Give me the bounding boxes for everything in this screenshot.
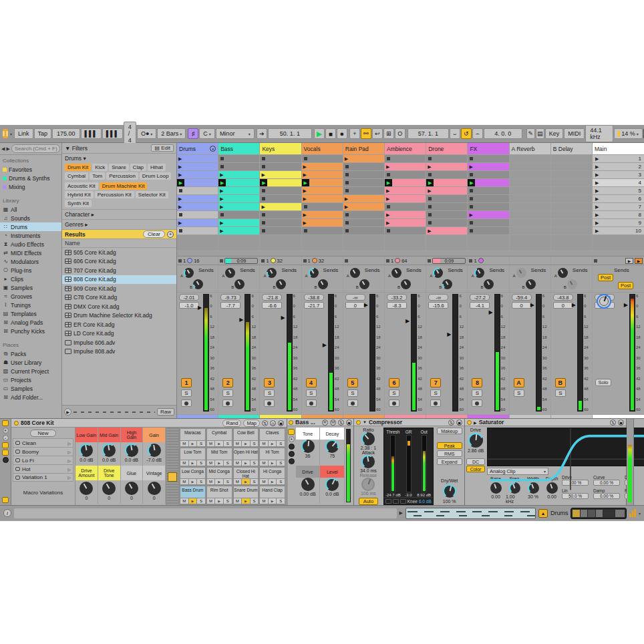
pad-solo-button[interactable]: S xyxy=(197,498,205,504)
device-on-led[interactable] xyxy=(289,420,293,425)
pad-mute-button[interactable]: M xyxy=(180,441,189,446)
send-a-knob[interactable] xyxy=(558,268,568,278)
empty-slot-stop[interactable] xyxy=(468,219,508,226)
empty-slot-stop[interactable] xyxy=(260,187,301,194)
pad-solo-button[interactable]: S xyxy=(251,498,259,504)
macro-value[interactable]: 0.0 dB xyxy=(102,458,116,462)
midi-map-button[interactable]: MIDI xyxy=(564,128,585,139)
clip-slot[interactable]: ▶ xyxy=(177,163,218,170)
peak-level-display[interactable]: -2.01 xyxy=(179,294,199,301)
logo-caret-icon[interactable]: ▾ xyxy=(10,132,12,136)
variation-launch-icon[interactable]: ▷ xyxy=(67,475,71,480)
clip-play-icon[interactable]: ▶ xyxy=(303,196,307,202)
sidebar-item-punchy-kicks[interactable]: ⊞Punchy Kicks xyxy=(0,327,61,335)
stop-icon[interactable] xyxy=(428,197,432,200)
post-button-a[interactable]: Post xyxy=(598,274,613,281)
empty-return-slot[interactable] xyxy=(510,155,550,162)
arm-monitor-button[interactable] xyxy=(222,399,233,407)
pad-mute-button[interactable]: M xyxy=(260,479,269,484)
peak-level-display[interactable]: -21.8 xyxy=(262,294,282,301)
file-row[interactable]: 505 Core Kit.adg xyxy=(62,248,176,257)
empty-slot-stop[interactable] xyxy=(302,227,343,234)
pad-play-button[interactable]: ▶ xyxy=(215,479,224,484)
pad-mute-button[interactable]: M xyxy=(207,498,216,504)
pad-solo-button[interactable]: S xyxy=(277,498,285,504)
clip-play-icon[interactable]: ▶ xyxy=(303,212,307,218)
solo-button[interactable]: S xyxy=(181,389,192,397)
filter-tag-kick[interactable]: Kick xyxy=(92,164,108,171)
track-header-a-reverb[interactable]: A Reverb xyxy=(510,143,550,154)
send-b-knob[interactable] xyxy=(526,279,536,289)
stop-icon[interactable] xyxy=(470,197,473,200)
collapsed-view-icon[interactable] xyxy=(400,499,406,504)
empty-return-slot[interactable] xyxy=(510,163,550,170)
filter-tag-drum-machine-kit[interactable]: Drum Machine Kit xyxy=(100,182,148,190)
peak-mode-button[interactable]: Peak xyxy=(437,442,462,449)
empty-slot-stop[interactable] xyxy=(385,171,426,178)
arm-monitor-button[interactable] xyxy=(347,399,358,407)
volume-fader-arrow[interactable]: ▶ xyxy=(323,343,327,347)
volume-field[interactable]: -4.1 xyxy=(470,302,490,309)
arm-monitor-button[interactable] xyxy=(306,399,317,407)
pad-play-button[interactable]: ▶ xyxy=(215,441,224,446)
dc-button[interactable]: DC xyxy=(466,458,485,465)
file-row[interactable]: 707 Core Kit.adg xyxy=(62,266,176,275)
clip-slot[interactable]: ▶ xyxy=(426,163,467,170)
filter-tag-hybrid-kit[interactable]: Hybrid Kit xyxy=(65,191,94,198)
track-header-bass[interactable]: Bass xyxy=(218,143,259,154)
scene-slot-4[interactable]: ▶4 xyxy=(593,179,644,186)
drum-pad-hand-clap[interactable]: Hand ClapM▶S xyxy=(259,486,285,504)
clip-play-icon[interactable]: ▶ xyxy=(345,204,348,210)
empty-slot-stop[interactable] xyxy=(426,155,467,162)
clip-stop-icon[interactable] xyxy=(303,259,307,263)
empty-slot-stop[interactable] xyxy=(426,211,467,218)
drum-pad-rim-shot[interactable]: Rim ShotM▶S xyxy=(206,486,232,504)
volume-field[interactable]: 0 xyxy=(553,302,573,309)
capture-midi-button[interactable]: ⊞ xyxy=(383,128,394,139)
clip-stop-icon[interactable] xyxy=(386,259,389,263)
file-row[interactable]: 808 Core Kit.adg xyxy=(62,275,176,285)
pad-play-button[interactable]: ▶ xyxy=(189,441,198,446)
solo-button[interactable]: S xyxy=(222,389,233,397)
solo-button[interactable]: S xyxy=(555,389,566,397)
drum-pad-snare-drum[interactable]: Snare DrumM▶S xyxy=(233,486,259,504)
follow-button[interactable]: ➔ xyxy=(257,128,267,139)
nudge-down-button[interactable]: ▌▌▌ xyxy=(81,128,102,139)
stop-icon[interactable] xyxy=(387,229,390,232)
key-map-button[interactable]: Key xyxy=(545,128,564,139)
drum-pad-mid-tom[interactable]: Mid TomM▶S xyxy=(206,448,232,466)
volume-field[interactable]: -21.7 xyxy=(304,302,324,309)
track-activator-button[interactable]: 8 xyxy=(472,378,482,387)
peak-level-display[interactable]: -59.4 xyxy=(512,294,532,301)
send-a-knob[interactable] xyxy=(391,268,401,278)
chain-knob-value[interactable]: 0.00 dB xyxy=(299,492,315,496)
pad-solo-button[interactable]: S xyxy=(251,441,259,446)
clip-slot[interactable]: ▶ xyxy=(218,187,259,194)
clip-slot-playing[interactable]: ▶ xyxy=(177,179,218,186)
sat-knob-value[interactable]: 0.00 xyxy=(491,494,500,499)
device-title[interactable]: Compressor xyxy=(369,419,402,426)
peak-level-display[interactable]: -38.8 xyxy=(304,294,324,301)
ratio-knob[interactable] xyxy=(361,432,375,446)
stop-icon[interactable] xyxy=(345,221,349,224)
solo-button[interactable]: S xyxy=(389,389,399,397)
stop-button[interactable]: ■ xyxy=(325,128,336,139)
track-header-vocals[interactable]: Vocals xyxy=(302,143,343,154)
macro-knob[interactable] xyxy=(79,444,93,457)
macro-knob[interactable] xyxy=(125,482,138,495)
clip-play-icon[interactable]: ▶ xyxy=(428,228,431,234)
peak-level-display[interactable]: -∞ xyxy=(428,294,448,301)
sidebar-item-clips[interactable]: ▸Clips xyxy=(0,275,61,283)
hotswap-icon[interactable]: ⇅ xyxy=(448,420,454,426)
clip-slot[interactable]: ▶ xyxy=(302,187,343,194)
scene-play-icon[interactable]: ▶ xyxy=(595,172,599,178)
quantize-menu[interactable]: 2 Bars▾ xyxy=(157,128,186,139)
sidebar-item-modulators[interactable]: ∿Modulators xyxy=(0,257,61,266)
empty-return-slot[interactable] xyxy=(510,171,550,178)
empty-slot-stop[interactable] xyxy=(426,203,467,210)
clip-slot[interactable]: ▶ xyxy=(260,203,301,210)
peak-level-display[interactable]: -9.73 xyxy=(220,294,240,301)
track-activator-button[interactable]: 2 xyxy=(222,378,233,387)
stop-icon[interactable] xyxy=(345,173,349,176)
sidebar-item-analog-pads[interactable]: ⊞Analog Pads xyxy=(0,318,61,327)
